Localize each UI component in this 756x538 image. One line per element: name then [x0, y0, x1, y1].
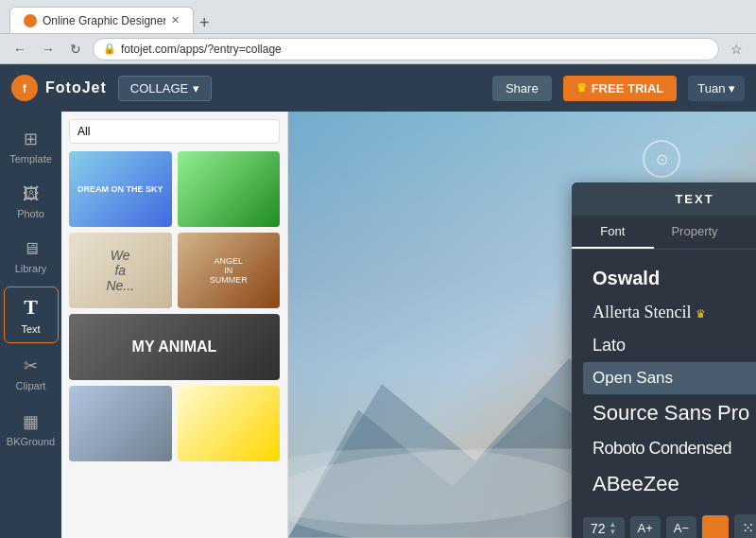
collage-dropdown-arrow: ▾ [193, 81, 199, 95]
template-thumb-5[interactable] [69, 386, 172, 461]
font-item-allerta[interactable]: Allerta Stencil ♛ [583, 296, 756, 329]
template-thumb-wide[interactable]: MY ANIMAL [69, 314, 280, 380]
crown-icon: ♛ [576, 81, 587, 95]
template-thumb-4[interactable]: ANGELINSUMMER [178, 233, 281, 308]
template-thumb-6[interactable] [178, 386, 281, 461]
active-tab[interactable]: Online Graphic Designer | Colla... ✕ [9, 7, 194, 33]
thumb-preview-1: DREAM ON THE SKY [69, 151, 172, 227]
app-header: f FotoJet COLLAGE ▾ Share ♛ FREE TRIAL T… [0, 64, 756, 112]
tab-label: Online Graphic Designer | Colla... [43, 14, 165, 27]
font-name-allerta: Allerta Stencil [593, 303, 691, 321]
tab-font[interactable]: Font [572, 216, 654, 249]
address-input[interactable]: 🔒 fotojet.com/apps/?entry=collage [93, 38, 719, 61]
text-icon: T [24, 295, 38, 320]
font-item-sourcesans[interactable]: Source Sans Pro [583, 394, 756, 432]
address-bar: ← → ↻ 🔒 fotojet.com/apps/?entry=collage … [0, 34, 756, 64]
logo-letter: f [23, 81, 26, 95]
canvas-area[interactable]: ⊙ □ ⊕ — Đà lạt 2020 FOTOJET TEXT Font Pr… [288, 112, 756, 538]
user-name: Tuan [697, 81, 725, 95]
sidebar-item-photo[interactable]: 🖼 Photo [4, 177, 59, 227]
text-panel-header: TEXT [572, 182, 756, 216]
browser-chrome: Online Graphic Designer | Colla... ✕ + [0, 0, 756, 34]
font-controls: 72 ▲ ▼ A+ A− ⁙ [583, 514, 756, 538]
user-dropdown-arrow: ▾ [729, 81, 735, 95]
canvas-compass-icon: ⊙ [643, 140, 680, 178]
sidebar-item-label: Clipart [16, 380, 46, 391]
thumb-preview-2 [178, 151, 281, 227]
template-thumb-1[interactable]: DREAM ON THE SKY [69, 151, 172, 227]
font-size-decrease-button[interactable]: A− [666, 516, 696, 538]
template-thumb-3[interactable]: WefaNe... [69, 233, 172, 308]
font-list: Oswald Allerta Stencil ♛ Lato Open Sans … [583, 261, 756, 503]
font-size-value: 72 [591, 521, 606, 536]
collage-label: COLLAGE [130, 81, 188, 95]
tab-effect[interactable]: Effect [735, 216, 756, 249]
template-search-input[interactable] [69, 119, 280, 144]
template-icon: ⊞ [24, 129, 38, 149]
font-item-opensans[interactable]: Open Sans [583, 362, 756, 394]
sidebar-item-template[interactable]: ⊞ Template [4, 121, 59, 172]
tab-close-btn[interactable]: ✕ [171, 14, 180, 26]
free-trial-button[interactable]: ♛ FREE TRIAL [563, 76, 678, 101]
sidebar-item-bkground[interactable]: ▦ BKGround [4, 404, 59, 455]
thumb-preview-6 [178, 386, 281, 461]
thumb-preview-wide: MY ANIMAL [69, 314, 280, 380]
font-color-box[interactable] [702, 515, 729, 539]
font-size-box[interactable]: 72 ▲ ▼ [583, 517, 625, 539]
refresh-button[interactable]: ↻ [66, 40, 85, 59]
sidebar-item-label: Library [15, 263, 47, 274]
user-menu-button[interactable]: Tuan ▾ [688, 76, 745, 101]
text-panel: TEXT Font Property Effect Oswald Allerta… [572, 182, 756, 538]
forward-button[interactable]: → [38, 40, 59, 59]
new-tab-button[interactable]: + [194, 13, 215, 33]
sidebar-item-label: Text [21, 323, 40, 335]
tab-favicon [24, 14, 37, 27]
sidebar-item-label: Photo [17, 208, 44, 219]
bkground-icon: ▦ [23, 411, 39, 432]
thumb-preview-4: ANGELINSUMMER [178, 233, 281, 308]
templates-grid: DREAM ON THE SKY WefaNe... ANGELINSUMMER… [69, 151, 280, 461]
thumb-preview-3: WefaNe... [69, 233, 172, 308]
clipart-icon: ✂ [24, 356, 38, 376]
templates-panel: DREAM ON THE SKY WefaNe... ANGELINSUMMER… [61, 112, 288, 538]
tab-property[interactable]: Property [654, 216, 736, 249]
bookmark-button[interactable]: ☆ [727, 40, 747, 59]
template-thumb-2[interactable] [178, 151, 281, 227]
logo-text: FotoJet [45, 79, 107, 96]
left-sidebar: ⊞ Template 🖼 Photo 🖥 Library T Text ✂ Cl… [0, 112, 61, 538]
sidebar-item-label: BKGround [7, 436, 55, 447]
font-item-roboto[interactable]: Roboto Condensed [583, 432, 756, 465]
text-panel-tabs: Font Property Effect [572, 216, 756, 250]
photo-icon: 🖼 [23, 184, 40, 204]
font-item-abeezee[interactable]: ABeeZee [583, 465, 756, 503]
font-size-down-arrow[interactable]: ▼ [610, 529, 617, 536]
font-size-increase-button[interactable]: A+ [630, 516, 661, 538]
text-panel-body: Oswald Allerta Stencil ♛ Lato Open Sans … [572, 250, 756, 538]
collage-dropdown-button[interactable]: COLLAGE ▾ [118, 76, 212, 101]
free-trial-label: FREE TRIAL [592, 81, 664, 95]
logo-area: f FotoJet [11, 75, 107, 101]
color-palette-button[interactable]: ⁙ [734, 514, 756, 538]
font-item-lato[interactable]: Lato [583, 329, 756, 362]
font-size-arrows: ▲ ▼ [610, 521, 617, 536]
thumb-preview-5 [69, 386, 172, 461]
share-label: Share [506, 81, 539, 95]
lock-icon: 🔒 [103, 43, 116, 55]
font-item-oswald[interactable]: Oswald [583, 261, 756, 296]
logo-icon: f [11, 75, 38, 101]
app-container: f FotoJet COLLAGE ▾ Share ♛ FREE TRIAL T… [0, 64, 756, 538]
back-button[interactable]: ← [9, 40, 30, 59]
sidebar-item-clipart[interactable]: ✂ Clipart [4, 348, 59, 399]
share-button[interactable]: Share [492, 76, 552, 101]
library-icon: 🖥 [23, 239, 40, 259]
address-text: fotojet.com/apps/?entry=collage [121, 43, 282, 56]
sidebar-item-text[interactable]: T Text [4, 286, 59, 343]
sidebar-item-library[interactable]: 🖥 Library [4, 232, 59, 282]
sidebar-item-label: Template [9, 153, 52, 165]
main-content: ⊞ Template 🖼 Photo 🖥 Library T Text ✂ Cl… [0, 112, 756, 538]
premium-crown-allerta: ♛ [696, 307, 706, 321]
